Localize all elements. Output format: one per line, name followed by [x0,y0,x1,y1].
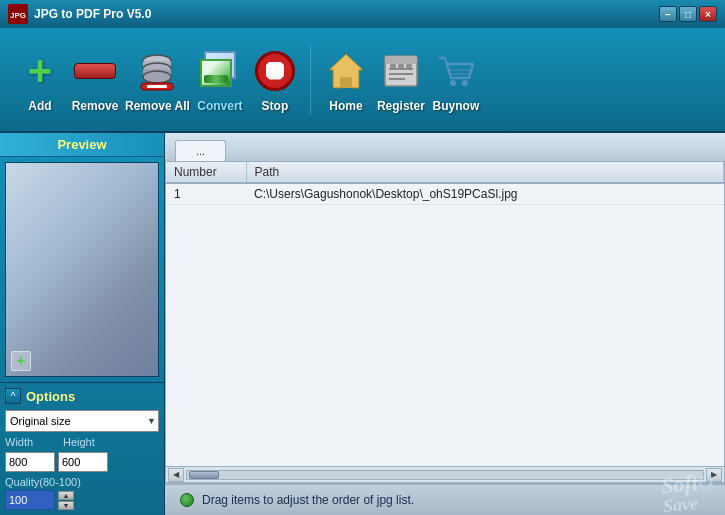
add-button[interactable]: + Add [15,47,65,113]
options-section: ^ Options Original size Custom size Fit … [0,382,164,515]
title-bar: JPG JPG to PDF Pro V5.0 − □ × [0,0,725,28]
options-header: ^ Options [5,388,159,404]
dimensions-row: Width Height [5,436,159,448]
table-scroll[interactable]: Number Path 1C:\Users\Gagushonok\Desktop… [166,162,724,466]
toolbar: + Add Remove Remove All [0,28,725,133]
buynow-button[interactable]: Buynow [431,47,481,113]
file-table-body: 1C:\Users\Gagushonok\Desktop\_ohS19PCaSl… [166,183,724,205]
convert-button[interactable]: Convert [195,47,245,113]
file-table: Number Path 1C:\Users\Gagushonok\Desktop… [166,162,724,205]
convert-icon [196,47,244,95]
width-label: Width [5,436,60,448]
svg-rect-12 [385,56,417,64]
options-toggle-button[interactable]: ^ [5,388,21,404]
close-button[interactable]: × [699,6,717,22]
remove-all-label: Remove All [125,99,190,113]
quality-spin-down[interactable]: ▼ [58,501,74,510]
svg-point-6 [143,71,171,83]
toolbar-separator-1 [310,45,311,115]
status-message: Drag items to adjust the order of jpg li… [202,493,414,507]
remove-all-button[interactable]: Remove All [125,47,190,113]
svg-rect-18 [406,64,412,68]
preview-label: Preview [0,133,164,157]
size-select-row: Original size Custom size Fit page [5,410,159,432]
width-input[interactable] [5,452,55,472]
preview-add-button[interactable]: + [11,351,31,371]
height-label: Height [63,436,118,448]
register-button[interactable]: Register [376,47,426,113]
remove-button[interactable]: Remove [70,47,120,113]
buynow-icon [432,47,480,95]
status-indicator [180,493,194,507]
quality-row: ▲ ▼ [5,490,159,510]
status-bar: Drag items to adjust the order of jpg li… [165,483,725,515]
file-table-container: Number Path 1C:\Users\Gagushonok\Desktop… [165,161,725,483]
file-list-tab[interactable]: ... [175,140,226,161]
remove-icon [71,47,119,95]
convert-label: Convert [197,99,242,113]
svg-rect-10 [341,78,351,88]
column-header-number: Number [166,162,246,183]
scroll-thumb[interactable] [189,471,219,479]
home-label: Home [329,99,362,113]
add-label: Add [28,99,51,113]
height-input[interactable] [58,452,108,472]
quality-label: Quality(80-100) [5,476,159,488]
svg-rect-15 [389,78,405,80]
app-icon: JPG [8,4,28,24]
svg-text:JPG: JPG [10,11,26,20]
svg-rect-16 [390,64,396,68]
register-icon [377,47,425,95]
remove-label: Remove [72,99,119,113]
dimensions-inputs-row [5,452,159,472]
minimize-button[interactable]: − [659,6,677,22]
cell-path: C:\Users\Gagushonok\Desktop\_ohS19PCaSl.… [246,183,724,205]
column-header-path: Path [246,162,724,183]
main-area: Preview + ^ Options Original size Custom… [0,133,725,515]
remove-all-icon [133,47,181,95]
stop-label: Stop [262,99,289,113]
svg-rect-17 [398,64,404,68]
tab-bar: ... [165,133,725,161]
size-select[interactable]: Original size Custom size Fit page [5,410,159,432]
watermark: SoftO Save [661,471,717,515]
svg-rect-8 [147,85,167,88]
home-button[interactable]: Home [321,47,371,113]
quality-spin-up[interactable]: ▲ [58,491,74,500]
maximize-button[interactable]: □ [679,6,697,22]
window-controls: − □ × [659,6,717,22]
scroll-track[interactable] [186,470,704,480]
stop-button[interactable]: Stop [250,47,300,113]
stop-icon [251,47,299,95]
options-title: Options [26,389,75,404]
horizontal-scrollbar[interactable]: ◀ ▶ [166,466,724,482]
table-row[interactable]: 1C:\Users\Gagushonok\Desktop\_ohS19PCaSl… [166,183,724,205]
quality-input[interactable] [5,490,55,510]
quality-spinbox: ▲ ▼ [58,491,74,510]
add-icon: + [16,47,64,95]
svg-rect-13 [389,68,413,70]
register-label: Register [377,99,425,113]
cell-number: 1 [166,183,246,205]
sidebar: Preview + ^ Options Original size Custom… [0,133,165,515]
table-header-row: Number Path [166,162,724,183]
home-icon [322,47,370,95]
buynow-label: Buynow [433,99,480,113]
tab-dots: ... [196,145,205,157]
svg-point-20 [462,80,468,86]
svg-rect-14 [389,73,413,75]
scroll-left-button[interactable]: ◀ [168,468,184,482]
right-panel: ... Number Path [165,133,725,515]
preview-area: + [5,162,159,377]
app-title: JPG to PDF Pro V5.0 [34,7,659,21]
size-select-wrapper[interactable]: Original size Custom size Fit page [5,410,159,432]
svg-point-19 [450,80,456,86]
